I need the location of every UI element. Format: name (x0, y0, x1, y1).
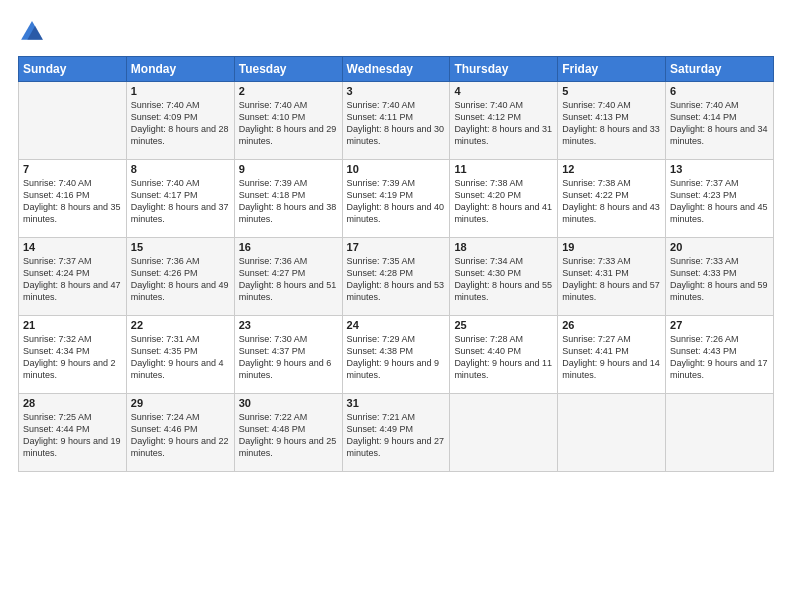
cell-content: Sunrise: 7:40 AMSunset: 4:12 PMDaylight:… (454, 99, 553, 148)
day-number: 25 (454, 319, 553, 331)
cell-content: Sunrise: 7:30 AMSunset: 4:37 PMDaylight:… (239, 333, 338, 382)
day-number: 18 (454, 241, 553, 253)
cell-content: Sunrise: 7:28 AMSunset: 4:40 PMDaylight:… (454, 333, 553, 382)
logo-icon (18, 18, 46, 46)
cell-content: Sunrise: 7:31 AMSunset: 4:35 PMDaylight:… (131, 333, 230, 382)
cell-content: Sunrise: 7:24 AMSunset: 4:46 PMDaylight:… (131, 411, 230, 460)
cell-content: Sunrise: 7:40 AMSunset: 4:09 PMDaylight:… (131, 99, 230, 148)
table-row: 1Sunrise: 7:40 AMSunset: 4:09 PMDaylight… (19, 82, 774, 160)
day-number: 31 (347, 397, 446, 409)
cell-content: Sunrise: 7:21 AMSunset: 4:49 PMDaylight:… (347, 411, 446, 460)
calendar-cell: 4Sunrise: 7:40 AMSunset: 4:12 PMDaylight… (450, 82, 558, 160)
cell-content: Sunrise: 7:25 AMSunset: 4:44 PMDaylight:… (23, 411, 122, 460)
calendar-cell: 28Sunrise: 7:25 AMSunset: 4:44 PMDayligh… (19, 394, 127, 472)
weekday-header: Friday (558, 57, 666, 82)
day-number: 24 (347, 319, 446, 331)
table-row: 28Sunrise: 7:25 AMSunset: 4:44 PMDayligh… (19, 394, 774, 472)
calendar-cell: 21Sunrise: 7:32 AMSunset: 4:34 PMDayligh… (19, 316, 127, 394)
day-number: 16 (239, 241, 338, 253)
cell-content: Sunrise: 7:36 AMSunset: 4:27 PMDaylight:… (239, 255, 338, 304)
calendar-cell (558, 394, 666, 472)
weekday-header: Sunday (19, 57, 127, 82)
calendar-cell: 25Sunrise: 7:28 AMSunset: 4:40 PMDayligh… (450, 316, 558, 394)
calendar-cell (19, 82, 127, 160)
cell-content: Sunrise: 7:22 AMSunset: 4:48 PMDaylight:… (239, 411, 338, 460)
day-number: 2 (239, 85, 338, 97)
weekday-header: Wednesday (342, 57, 450, 82)
calendar-cell: 18Sunrise: 7:34 AMSunset: 4:30 PMDayligh… (450, 238, 558, 316)
day-number: 11 (454, 163, 553, 175)
cell-content: Sunrise: 7:35 AMSunset: 4:28 PMDaylight:… (347, 255, 446, 304)
logo (18, 18, 48, 46)
day-number: 28 (23, 397, 122, 409)
day-number: 9 (239, 163, 338, 175)
calendar-cell: 14Sunrise: 7:37 AMSunset: 4:24 PMDayligh… (19, 238, 127, 316)
cell-content: Sunrise: 7:29 AMSunset: 4:38 PMDaylight:… (347, 333, 446, 382)
cell-content: Sunrise: 7:27 AMSunset: 4:41 PMDaylight:… (562, 333, 661, 382)
calendar-cell: 15Sunrise: 7:36 AMSunset: 4:26 PMDayligh… (126, 238, 234, 316)
cell-content: Sunrise: 7:38 AMSunset: 4:20 PMDaylight:… (454, 177, 553, 226)
day-number: 22 (131, 319, 230, 331)
weekday-header: Thursday (450, 57, 558, 82)
calendar-cell: 22Sunrise: 7:31 AMSunset: 4:35 PMDayligh… (126, 316, 234, 394)
calendar-cell: 10Sunrise: 7:39 AMSunset: 4:19 PMDayligh… (342, 160, 450, 238)
calendar-cell (666, 394, 774, 472)
cell-content: Sunrise: 7:37 AMSunset: 4:23 PMDaylight:… (670, 177, 769, 226)
cell-content: Sunrise: 7:36 AMSunset: 4:26 PMDaylight:… (131, 255, 230, 304)
weekday-header: Monday (126, 57, 234, 82)
cell-content: Sunrise: 7:40 AMSunset: 4:17 PMDaylight:… (131, 177, 230, 226)
weekday-header: Saturday (666, 57, 774, 82)
day-number: 20 (670, 241, 769, 253)
day-number: 8 (131, 163, 230, 175)
day-number: 21 (23, 319, 122, 331)
table-row: 7Sunrise: 7:40 AMSunset: 4:16 PMDaylight… (19, 160, 774, 238)
day-number: 15 (131, 241, 230, 253)
day-number: 23 (239, 319, 338, 331)
cell-content: Sunrise: 7:37 AMSunset: 4:24 PMDaylight:… (23, 255, 122, 304)
calendar-cell: 19Sunrise: 7:33 AMSunset: 4:31 PMDayligh… (558, 238, 666, 316)
day-number: 1 (131, 85, 230, 97)
day-number: 29 (131, 397, 230, 409)
day-number: 3 (347, 85, 446, 97)
cell-content: Sunrise: 7:40 AMSunset: 4:13 PMDaylight:… (562, 99, 661, 148)
calendar-cell: 24Sunrise: 7:29 AMSunset: 4:38 PMDayligh… (342, 316, 450, 394)
day-number: 26 (562, 319, 661, 331)
calendar-cell: 5Sunrise: 7:40 AMSunset: 4:13 PMDaylight… (558, 82, 666, 160)
cell-content: Sunrise: 7:33 AMSunset: 4:31 PMDaylight:… (562, 255, 661, 304)
calendar-cell: 16Sunrise: 7:36 AMSunset: 4:27 PMDayligh… (234, 238, 342, 316)
calendar-cell: 26Sunrise: 7:27 AMSunset: 4:41 PMDayligh… (558, 316, 666, 394)
calendar-cell: 2Sunrise: 7:40 AMSunset: 4:10 PMDaylight… (234, 82, 342, 160)
calendar-cell: 1Sunrise: 7:40 AMSunset: 4:09 PMDaylight… (126, 82, 234, 160)
calendar-cell: 9Sunrise: 7:39 AMSunset: 4:18 PMDaylight… (234, 160, 342, 238)
calendar-cell: 12Sunrise: 7:38 AMSunset: 4:22 PMDayligh… (558, 160, 666, 238)
day-number: 13 (670, 163, 769, 175)
cell-content: Sunrise: 7:39 AMSunset: 4:19 PMDaylight:… (347, 177, 446, 226)
calendar-table: SundayMondayTuesdayWednesdayThursdayFrid… (18, 56, 774, 472)
cell-content: Sunrise: 7:32 AMSunset: 4:34 PMDaylight:… (23, 333, 122, 382)
calendar-cell: 27Sunrise: 7:26 AMSunset: 4:43 PMDayligh… (666, 316, 774, 394)
calendar-cell: 31Sunrise: 7:21 AMSunset: 4:49 PMDayligh… (342, 394, 450, 472)
day-number: 10 (347, 163, 446, 175)
day-number: 30 (239, 397, 338, 409)
cell-content: Sunrise: 7:34 AMSunset: 4:30 PMDaylight:… (454, 255, 553, 304)
day-number: 19 (562, 241, 661, 253)
calendar-cell: 11Sunrise: 7:38 AMSunset: 4:20 PMDayligh… (450, 160, 558, 238)
day-number: 7 (23, 163, 122, 175)
table-row: 21Sunrise: 7:32 AMSunset: 4:34 PMDayligh… (19, 316, 774, 394)
cell-content: Sunrise: 7:38 AMSunset: 4:22 PMDaylight:… (562, 177, 661, 226)
calendar-cell: 7Sunrise: 7:40 AMSunset: 4:16 PMDaylight… (19, 160, 127, 238)
day-number: 14 (23, 241, 122, 253)
day-number: 4 (454, 85, 553, 97)
day-number: 12 (562, 163, 661, 175)
cell-content: Sunrise: 7:40 AMSunset: 4:14 PMDaylight:… (670, 99, 769, 148)
day-number: 27 (670, 319, 769, 331)
calendar-cell: 6Sunrise: 7:40 AMSunset: 4:14 PMDaylight… (666, 82, 774, 160)
cell-content: Sunrise: 7:39 AMSunset: 4:18 PMDaylight:… (239, 177, 338, 226)
calendar-cell: 20Sunrise: 7:33 AMSunset: 4:33 PMDayligh… (666, 238, 774, 316)
cell-content: Sunrise: 7:40 AMSunset: 4:16 PMDaylight:… (23, 177, 122, 226)
calendar-cell: 8Sunrise: 7:40 AMSunset: 4:17 PMDaylight… (126, 160, 234, 238)
calendar-cell: 13Sunrise: 7:37 AMSunset: 4:23 PMDayligh… (666, 160, 774, 238)
calendar-cell: 17Sunrise: 7:35 AMSunset: 4:28 PMDayligh… (342, 238, 450, 316)
calendar-cell (450, 394, 558, 472)
day-number: 6 (670, 85, 769, 97)
